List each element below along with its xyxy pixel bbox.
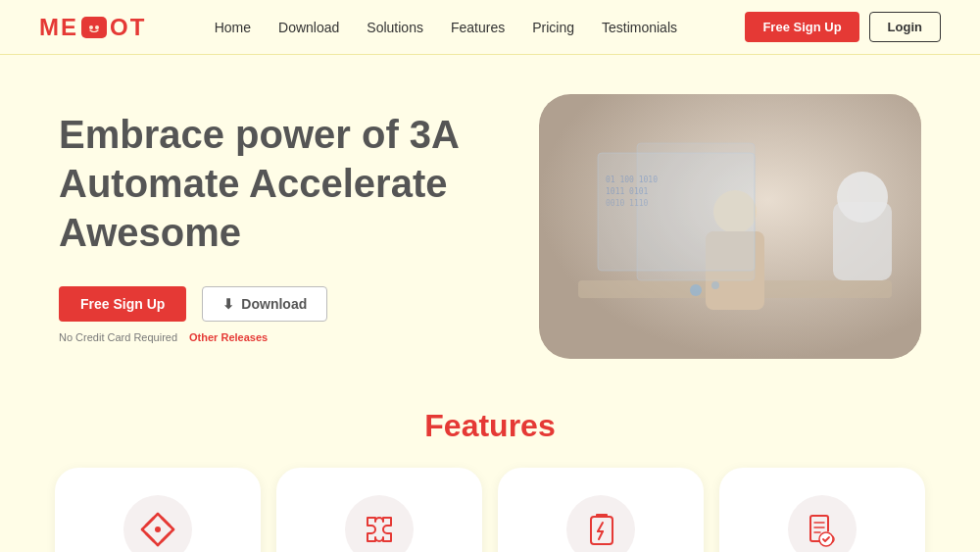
- svg-line-20: [142, 518, 154, 529]
- hero-signup-button[interactable]: Free Sign Up: [59, 286, 186, 322]
- charging-icon-wrap: [566, 495, 635, 552]
- logo: ME OT: [39, 14, 146, 41]
- svg-point-14: [690, 284, 702, 296]
- svg-point-15: [711, 281, 719, 289]
- svg-point-24: [155, 527, 161, 532]
- svg-line-23: [162, 529, 173, 541]
- integration-icon: [360, 510, 399, 549]
- svg-rect-26: [596, 514, 608, 518]
- elements-icon: [138, 510, 177, 549]
- nav-home[interactable]: Home: [215, 20, 251, 35]
- hero-image-wrap: 01 100 1010 1011 0101 0010 1110: [539, 94, 921, 359]
- nav-features[interactable]: Features: [451, 20, 505, 35]
- hero-text: Embrace power of 3A Automate Accelerate …: [59, 110, 460, 343]
- nav-pricing[interactable]: Pricing: [532, 20, 574, 35]
- integration-icon-wrap: [345, 495, 414, 552]
- svg-text:1011 0101: 1011 0101: [606, 187, 649, 196]
- svg-text:0010 1110: 0010 1110: [606, 199, 649, 208]
- navbar: ME OT Home Download Solutions Features P…: [0, 0, 980, 55]
- nav-signup-button[interactable]: Free Sign Up: [745, 12, 858, 42]
- nav-solutions[interactable]: Solutions: [367, 20, 423, 35]
- streamlined-icon: [803, 510, 842, 549]
- hero-title-line3: Awesome: [59, 211, 241, 254]
- nav-links: Home Download Solutions Features Pricing…: [215, 19, 677, 36]
- hero-title: Embrace power of 3A Automate Accelerate …: [59, 110, 460, 257]
- svg-line-27: [598, 523, 603, 531]
- hero-actions: Free Sign Up ⬇ Download: [59, 286, 460, 322]
- hero-image: 01 100 1010 1011 0101 0010 1110: [539, 94, 921, 359]
- features-cards: Elements Of Impact Lower Costs Increased…: [39, 468, 941, 552]
- svg-point-8: [837, 172, 888, 223]
- hero-download-button[interactable]: ⬇ Download: [202, 286, 327, 322]
- nav-buttons: Free Sign Up Login: [745, 12, 941, 42]
- nav-login-button[interactable]: Login: [869, 12, 941, 42]
- svg-line-22: [162, 518, 173, 529]
- features-title: Features: [39, 408, 941, 444]
- feature-card-integration-at-ease: Integration At Ease Supports BiDi OS Ind…: [276, 468, 482, 552]
- feature-card-super-charging-automation: Super Charging Automation No/Low Code Dr…: [498, 468, 704, 552]
- svg-rect-10: [637, 143, 755, 280]
- charging-icon: [581, 510, 620, 549]
- elements-icon-wrap: [123, 495, 192, 552]
- hero-section: Embrace power of 3A Automate Accelerate …: [0, 55, 980, 388]
- svg-line-21: [142, 529, 154, 541]
- svg-point-1: [89, 25, 93, 29]
- hero-download-label: Download: [241, 296, 307, 312]
- hero-title-line2: Automate Accelerate: [59, 162, 447, 205]
- svg-line-29: [599, 531, 603, 539]
- hero-illustration: 01 100 1010 1011 0101 0010 1110: [539, 94, 921, 359]
- features-section: Features Elements Of Impact Lower: [0, 388, 980, 552]
- feature-card-streamlined-process: Streamlined Process Flowchart based UI A…: [719, 468, 925, 552]
- no-credit-card-label: No Credit Card Required: [59, 331, 177, 343]
- hero-title-line1: Embrace power of 3A: [59, 113, 460, 156]
- svg-point-2: [95, 25, 99, 29]
- feature-card-elements-of-impact: Elements Of Impact Lower Costs Increased…: [55, 468, 261, 552]
- nav-download[interactable]: Download: [278, 20, 339, 35]
- other-releases-link[interactable]: Other Releases: [189, 331, 268, 343]
- hero-sub-labels: No Credit Card Required Other Releases: [59, 331, 460, 343]
- svg-text:01 100 1010: 01 100 1010: [606, 176, 658, 184]
- streamlined-icon-wrap: [788, 495, 857, 552]
- download-icon: ⬇: [222, 296, 234, 312]
- nav-testimonials[interactable]: Testimonials: [602, 20, 677, 35]
